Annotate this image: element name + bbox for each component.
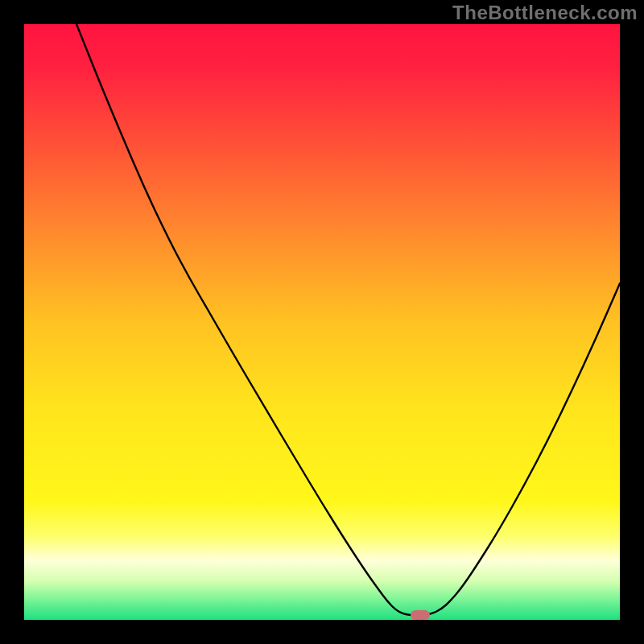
plot-area [24,24,620,620]
bottleneck-curve [24,24,620,620]
watermark-text: TheBottleneck.com [452,2,638,24]
chart-container: TheBottleneck.com [0,0,644,644]
optimal-point-marker [411,610,430,620]
